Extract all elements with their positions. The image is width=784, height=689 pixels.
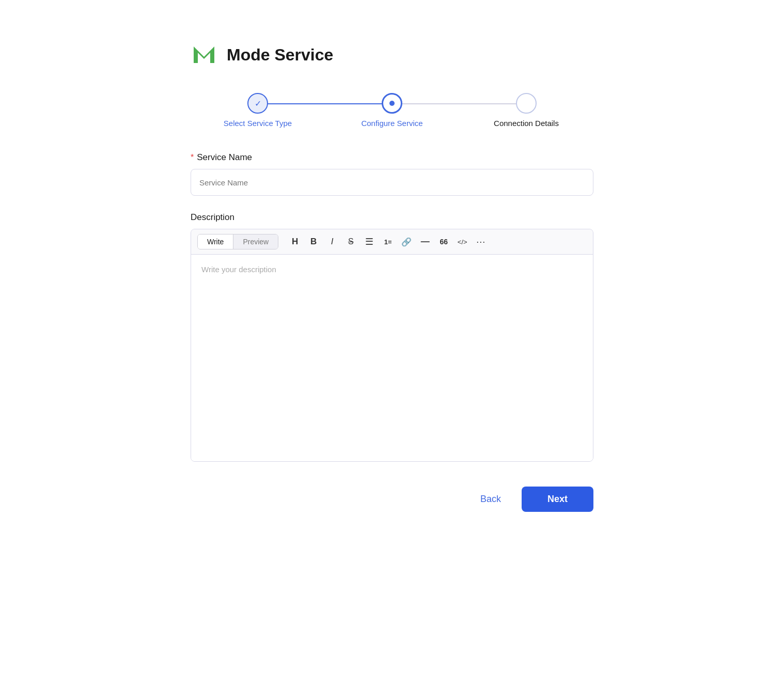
service-name-label-text: Service Name	[197, 152, 252, 163]
toolbar-quote-btn[interactable]: 66	[435, 233, 452, 250]
service-name-input[interactable]	[191, 169, 593, 196]
toolbar-strikethrough-btn[interactable]: S	[342, 233, 359, 250]
hr-icon: —	[421, 237, 430, 247]
service-name-label: * Service Name	[191, 152, 593, 163]
unordered-list-icon: ☰	[365, 236, 373, 247]
next-button[interactable]: Next	[522, 487, 593, 512]
step-2-dot	[389, 101, 395, 106]
stepper-step-1: ✓ Select Service Type	[191, 93, 325, 128]
toolbar-unordered-list-btn[interactable]: ☰	[361, 233, 378, 250]
description-section: Description Write Preview H B I	[191, 212, 593, 462]
step-2-circle	[382, 93, 402, 114]
description-label-text: Description	[191, 212, 234, 223]
description-label: Description	[191, 212, 593, 223]
description-placeholder: Write your description	[201, 265, 276, 274]
editor-tab-group: Write Preview	[197, 234, 278, 249]
description-editor: Write Preview H B I S ☰	[191, 229, 593, 462]
step-1-check-icon: ✓	[255, 99, 261, 108]
more-icon: ···	[476, 237, 485, 247]
step-1-circle: ✓	[247, 93, 268, 114]
toolbar-italic-btn[interactable]: I	[324, 233, 340, 250]
step-3-circle	[516, 93, 537, 114]
toolbar-more-btn[interactable]: ···	[473, 233, 489, 250]
stepper: ✓ Select Service Type Configure Service …	[191, 93, 593, 128]
toolbar-hr-btn[interactable]: —	[417, 233, 433, 250]
bold-icon: B	[310, 237, 317, 247]
app-title: Mode Service	[227, 45, 333, 65]
toolbar-ordered-list-btn[interactable]: 1≡	[380, 233, 396, 250]
toolbar-bold-btn[interactable]: B	[305, 233, 322, 250]
app-header: Mode Service	[191, 41, 593, 68]
strikethrough-icon: S	[348, 237, 354, 246]
quote-icon: 66	[440, 238, 448, 246]
toolbar-code-btn[interactable]: </>	[454, 233, 471, 250]
toolbar-link-btn[interactable]: 🔗	[398, 233, 415, 250]
stepper-step-3: Connection Details	[459, 93, 593, 128]
heading-icon: H	[292, 237, 298, 247]
tab-write[interactable]: Write	[198, 234, 233, 249]
service-name-section: * Service Name	[191, 152, 593, 196]
step-1-label: Select Service Type	[224, 119, 292, 128]
stepper-step-2: Configure Service	[325, 93, 459, 128]
editor-toolbar: Write Preview H B I S ☰	[191, 229, 593, 255]
step-2-label: Configure Service	[361, 119, 422, 128]
ordered-list-icon: 1≡	[384, 238, 392, 246]
form-footer: Back Next	[191, 487, 593, 512]
app-logo	[191, 41, 217, 68]
description-editor-body[interactable]: Write your description	[191, 255, 593, 461]
tab-preview[interactable]: Preview	[233, 234, 278, 249]
back-button[interactable]: Back	[470, 489, 511, 510]
toolbar-heading-btn[interactable]: H	[287, 233, 303, 250]
italic-icon: I	[331, 237, 334, 247]
required-star: *	[191, 153, 194, 162]
code-icon: </>	[458, 238, 467, 246]
step-3-label: Connection Details	[494, 119, 559, 128]
link-icon: 🔗	[401, 237, 412, 247]
page-container: Mode Service ✓ Select Service Type Confi…	[160, 21, 624, 533]
